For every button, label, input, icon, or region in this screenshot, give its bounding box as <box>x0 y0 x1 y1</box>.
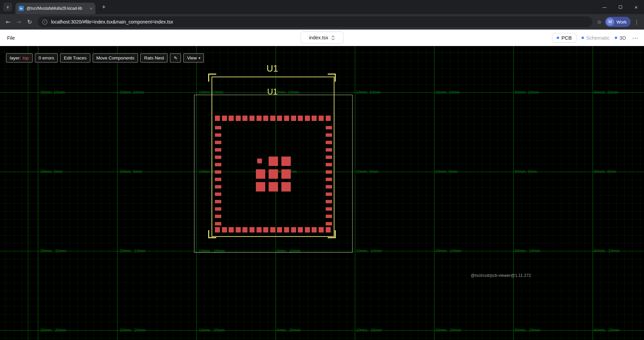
smd-pad-top[interactable] <box>312 116 317 121</box>
smd-pad-right[interactable] <box>326 193 332 196</box>
smd-pad-left[interactable] <box>215 200 221 203</box>
smd-pad-bottom[interactable] <box>298 227 303 232</box>
site-info-icon[interactable]: i <box>42 19 47 25</box>
back-button[interactable]: ← <box>3 16 13 27</box>
smd-pad-center[interactable] <box>281 169 291 179</box>
smd-pad-center[interactable] <box>281 182 291 192</box>
smd-pad-center[interactable] <box>269 169 278 179</box>
rats-nest-button[interactable]: Rats Nest <box>140 53 168 62</box>
smd-pad-right[interactable] <box>326 222 332 225</box>
smd-pad-right[interactable] <box>326 133 332 137</box>
smd-pad-top[interactable] <box>277 116 282 121</box>
smd-pad-right[interactable] <box>326 163 332 166</box>
smd-pad-left[interactable] <box>215 185 221 188</box>
view-dropdown-button[interactable]: View ▾ <box>183 53 204 62</box>
maximize-button[interactable] <box>612 0 628 14</box>
smd-pad-top[interactable] <box>263 116 268 121</box>
smd-pad-bottom[interactable] <box>249 227 255 232</box>
smd-pad-left[interactable] <box>215 222 221 225</box>
smd-pad-right[interactable] <box>326 185 332 188</box>
smd-pad-top[interactable] <box>257 116 262 121</box>
layer-button[interactable]: layer: top <box>6 53 33 62</box>
smd-pad-bottom[interactable] <box>305 227 310 232</box>
smd-pad-bottom[interactable] <box>236 227 241 232</box>
smd-pad-bottom[interactable] <box>270 227 275 232</box>
smd-pad-top[interactable] <box>215 116 220 121</box>
smd-pad-top[interactable] <box>284 116 289 121</box>
smd-pad-top[interactable] <box>305 116 310 121</box>
smd-pad-right[interactable] <box>326 215 332 218</box>
smd-pad-left[interactable] <box>215 126 221 129</box>
smd-pad-left[interactable] <box>215 133 221 137</box>
tab-search-button[interactable]: ∨ <box>3 3 12 11</box>
file-selector[interactable]: index.tsx <box>301 32 343 44</box>
edit-button[interactable]: ✎ <box>170 53 181 62</box>
tab-pcb[interactable]: PCB <box>552 33 577 43</box>
smd-pad-top[interactable] <box>291 116 296 121</box>
smd-pad-bottom[interactable] <box>326 227 331 232</box>
smd-pad-bottom[interactable] <box>215 227 220 232</box>
new-tab-button[interactable]: + <box>99 3 108 11</box>
smd-pad-top[interactable] <box>229 116 234 121</box>
smd-pad-right[interactable] <box>326 126 332 129</box>
errors-button[interactable]: 0 errors <box>35 53 58 62</box>
smd-pad-bottom[interactable] <box>277 227 282 232</box>
smd-pad-left[interactable] <box>215 215 221 218</box>
more-options-icon[interactable]: ⋯ <box>631 35 639 41</box>
browser-tab[interactable]: ts @tsci/MustafaMulla29.kicad-lib × <box>15 3 95 14</box>
smd-pad-top[interactable] <box>298 116 303 121</box>
smd-pad-top[interactable] <box>222 116 227 121</box>
smd-pad-bottom[interactable] <box>257 227 262 232</box>
address-bar[interactable]: i localhost:3020/#file=index.tsx&main_co… <box>38 16 592 27</box>
smd-pad-top[interactable] <box>319 116 324 121</box>
smd-pad-bottom[interactable] <box>284 227 289 232</box>
smd-pad-center[interactable] <box>269 157 278 166</box>
smd-pad-top[interactable] <box>242 116 247 121</box>
smd-pad-center[interactable] <box>269 182 278 192</box>
tab-schematic[interactable]: Schematic <box>582 35 610 41</box>
minimize-button[interactable]: — <box>597 0 612 14</box>
smd-pad-right[interactable] <box>326 148 332 152</box>
smd-pad-bottom[interactable] <box>291 227 296 232</box>
smd-pad-center[interactable] <box>256 169 265 179</box>
pcb-canvas[interactable]: layer: top 0 errors Edit Traces Move Com… <box>0 46 644 340</box>
profile-chip[interactable]: M Work <box>605 17 631 27</box>
smd-pad-bottom[interactable] <box>229 227 234 232</box>
smd-pad-left[interactable] <box>215 193 221 196</box>
smd-pad-right[interactable] <box>326 141 332 144</box>
tab-close-icon[interactable]: × <box>90 6 92 11</box>
smd-pad-left[interactable] <box>215 156 221 159</box>
smd-pad-right[interactable] <box>326 178 332 181</box>
smd-pad-left[interactable] <box>215 141 221 144</box>
smd-pad-left[interactable] <box>215 163 221 166</box>
smd-pad-right[interactable] <box>326 200 332 203</box>
smd-pad-top[interactable] <box>270 116 275 121</box>
smd-pad-right[interactable] <box>326 156 332 159</box>
smd-pad-bottom[interactable] <box>312 227 317 232</box>
smd-pad-top[interactable] <box>326 116 331 121</box>
bookmark-star-icon[interactable]: ☆ <box>597 19 602 25</box>
browser-menu-icon[interactable]: ⋮ <box>632 19 641 25</box>
forward-button[interactable]: → <box>13 16 24 27</box>
smd-pad-top[interactable] <box>236 116 241 121</box>
smd-pad-bottom[interactable] <box>222 227 227 232</box>
smd-pad-center-small[interactable] <box>257 159 262 163</box>
tab-3d[interactable]: 3D <box>615 35 626 41</box>
smd-pad-right[interactable] <box>326 170 332 174</box>
smd-pad-top[interactable] <box>249 116 255 121</box>
smd-pad-bottom[interactable] <box>242 227 247 232</box>
smd-pad-left[interactable] <box>215 207 221 211</box>
smd-pad-center[interactable] <box>256 182 265 192</box>
move-components-button[interactable]: Move Components <box>93 53 138 62</box>
smd-pad-right[interactable] <box>326 207 332 211</box>
file-menu-button[interactable]: File <box>7 35 15 41</box>
smd-pad-bottom[interactable] <box>319 227 324 232</box>
edit-traces-button[interactable]: Edit Traces <box>60 53 90 62</box>
smd-pad-left[interactable] <box>215 178 221 181</box>
smd-pad-left[interactable] <box>215 170 221 174</box>
smd-pad-left[interactable] <box>215 148 221 152</box>
smd-pad-bottom[interactable] <box>263 227 268 232</box>
smd-pad-center[interactable] <box>281 157 291 166</box>
close-button[interactable]: × <box>628 0 644 14</box>
reload-button[interactable]: ↻ <box>24 16 35 27</box>
